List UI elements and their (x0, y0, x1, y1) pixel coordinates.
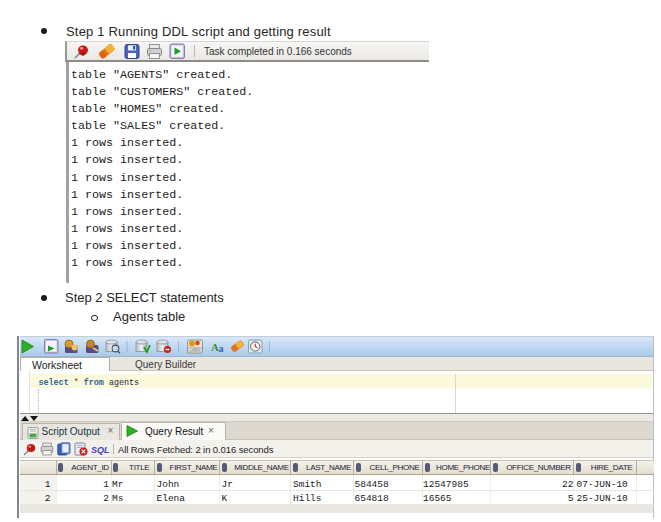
svg-text:DBMS: DBMS (190, 348, 201, 352)
svg-text:a: a (218, 343, 223, 354)
